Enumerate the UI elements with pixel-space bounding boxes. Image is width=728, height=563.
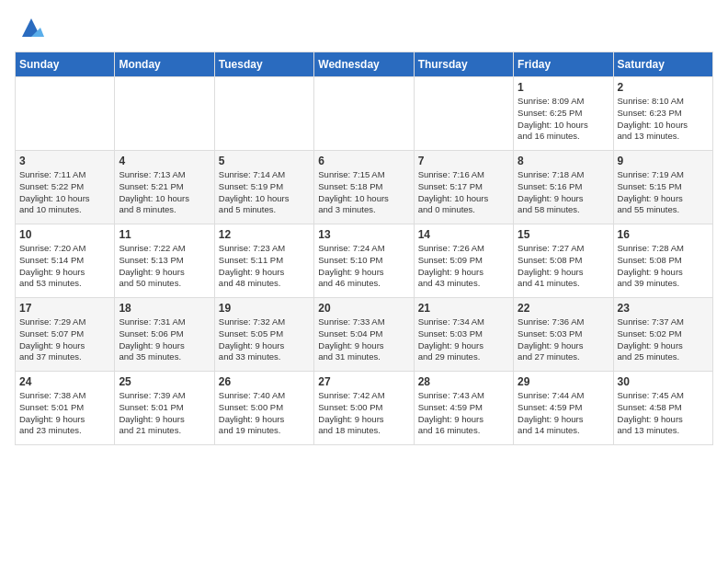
day-info: Sunrise: 7:36 AM Sunset: 5:03 PM Dayligh… bbox=[518, 316, 609, 363]
day-info: Sunrise: 7:29 AM Sunset: 5:07 PM Dayligh… bbox=[19, 316, 110, 363]
calendar-cell: 30Sunrise: 7:45 AM Sunset: 4:58 PM Dayli… bbox=[613, 372, 712, 445]
day-number: 21 bbox=[418, 302, 509, 315]
day-info: Sunrise: 7:11 AM Sunset: 5:22 PM Dayligh… bbox=[19, 169, 110, 216]
calendar-cell: 13Sunrise: 7:24 AM Sunset: 5:10 PM Dayli… bbox=[314, 224, 414, 298]
calendar-cell: 12Sunrise: 7:23 AM Sunset: 5:11 PM Dayli… bbox=[214, 224, 313, 298]
day-info: Sunrise: 7:27 AM Sunset: 5:08 PM Dayligh… bbox=[518, 243, 609, 290]
day-info: Sunrise: 7:20 AM Sunset: 5:14 PM Dayligh… bbox=[19, 243, 110, 290]
calendar-cell: 7Sunrise: 7:16 AM Sunset: 5:17 PM Daylig… bbox=[414, 151, 513, 224]
day-info: Sunrise: 7:28 AM Sunset: 5:08 PM Dayligh… bbox=[618, 243, 709, 290]
calendar-cell bbox=[214, 77, 313, 151]
day-info: Sunrise: 8:09 AM Sunset: 6:25 PM Dayligh… bbox=[518, 96, 609, 143]
calendar-cell: 5Sunrise: 7:14 AM Sunset: 5:19 PM Daylig… bbox=[214, 151, 313, 224]
day-header-sunday: Sunday bbox=[16, 52, 115, 77]
day-header-wednesday: Wednesday bbox=[314, 52, 414, 77]
day-info: Sunrise: 7:19 AM Sunset: 5:15 PM Dayligh… bbox=[618, 169, 709, 216]
day-number: 2 bbox=[618, 81, 709, 94]
week-row-5: 24Sunrise: 7:38 AM Sunset: 5:01 PM Dayli… bbox=[16, 372, 713, 445]
calendar-cell bbox=[314, 77, 414, 151]
day-number: 18 bbox=[119, 302, 210, 315]
calendar-cell: 8Sunrise: 7:18 AM Sunset: 5:16 PM Daylig… bbox=[514, 151, 613, 224]
day-number: 17 bbox=[19, 302, 110, 315]
logo-icon bbox=[18, 15, 44, 40]
day-info: Sunrise: 7:40 AM Sunset: 5:00 PM Dayligh… bbox=[219, 390, 310, 437]
day-number: 19 bbox=[219, 302, 310, 315]
day-info: Sunrise: 7:32 AM Sunset: 5:05 PM Dayligh… bbox=[219, 316, 310, 363]
day-info: Sunrise: 7:23 AM Sunset: 5:11 PM Dayligh… bbox=[219, 243, 310, 290]
week-row-1: 1Sunrise: 8:09 AM Sunset: 6:25 PM Daylig… bbox=[16, 77, 713, 151]
calendar-cell: 1Sunrise: 8:09 AM Sunset: 6:25 PM Daylig… bbox=[514, 77, 613, 151]
calendar-cell: 4Sunrise: 7:13 AM Sunset: 5:21 PM Daylig… bbox=[115, 151, 214, 224]
calendar-cell: 11Sunrise: 7:22 AM Sunset: 5:13 PM Dayli… bbox=[115, 224, 214, 298]
day-info: Sunrise: 7:13 AM Sunset: 5:21 PM Dayligh… bbox=[119, 169, 210, 216]
day-number: 24 bbox=[19, 375, 110, 388]
day-info: Sunrise: 7:18 AM Sunset: 5:16 PM Dayligh… bbox=[518, 169, 609, 216]
day-number: 10 bbox=[19, 228, 110, 241]
day-number: 28 bbox=[418, 375, 509, 388]
calendar-cell: 3Sunrise: 7:11 AM Sunset: 5:22 PM Daylig… bbox=[16, 151, 115, 224]
day-info: Sunrise: 7:43 AM Sunset: 4:59 PM Dayligh… bbox=[418, 390, 509, 437]
day-info: Sunrise: 7:39 AM Sunset: 5:01 PM Dayligh… bbox=[119, 390, 210, 437]
day-header-saturday: Saturday bbox=[613, 52, 712, 77]
day-number: 30 bbox=[618, 375, 709, 388]
calendar-cell: 16Sunrise: 7:28 AM Sunset: 5:08 PM Dayli… bbox=[613, 224, 712, 298]
day-number: 25 bbox=[119, 375, 210, 388]
day-number: 7 bbox=[418, 155, 509, 167]
calendar-cell: 29Sunrise: 7:44 AM Sunset: 4:59 PM Dayli… bbox=[514, 372, 613, 445]
day-number: 9 bbox=[618, 155, 709, 167]
day-info: Sunrise: 7:24 AM Sunset: 5:10 PM Dayligh… bbox=[318, 243, 409, 290]
week-row-3: 10Sunrise: 7:20 AM Sunset: 5:14 PM Dayli… bbox=[16, 224, 713, 298]
calendar-cell: 23Sunrise: 7:37 AM Sunset: 5:02 PM Dayli… bbox=[613, 298, 712, 372]
calendar-cell: 10Sunrise: 7:20 AM Sunset: 5:14 PM Dayli… bbox=[16, 224, 115, 298]
day-number: 5 bbox=[219, 155, 310, 167]
week-row-2: 3Sunrise: 7:11 AM Sunset: 5:22 PM Daylig… bbox=[16, 151, 713, 224]
day-info: Sunrise: 7:44 AM Sunset: 4:59 PM Dayligh… bbox=[518, 390, 609, 437]
calendar-cell: 27Sunrise: 7:42 AM Sunset: 5:00 PM Dayli… bbox=[314, 372, 414, 445]
day-number: 27 bbox=[318, 375, 409, 388]
day-number: 3 bbox=[19, 155, 110, 167]
day-number: 8 bbox=[518, 155, 609, 167]
calendar-cell: 21Sunrise: 7:34 AM Sunset: 5:03 PM Dayli… bbox=[414, 298, 513, 372]
day-header-friday: Friday bbox=[514, 52, 613, 77]
calendar-cell: 25Sunrise: 7:39 AM Sunset: 5:01 PM Dayli… bbox=[115, 372, 214, 445]
day-info: Sunrise: 7:31 AM Sunset: 5:06 PM Dayligh… bbox=[119, 316, 210, 363]
day-number: 6 bbox=[318, 155, 409, 167]
calendar-cell: 15Sunrise: 7:27 AM Sunset: 5:08 PM Dayli… bbox=[514, 224, 613, 298]
day-number: 23 bbox=[618, 302, 709, 315]
calendar-cell: 2Sunrise: 8:10 AM Sunset: 6:23 PM Daylig… bbox=[613, 77, 712, 151]
day-info: Sunrise: 7:16 AM Sunset: 5:17 PM Dayligh… bbox=[418, 169, 509, 216]
calendar-cell: 22Sunrise: 7:36 AM Sunset: 5:03 PM Dayli… bbox=[514, 298, 613, 372]
header-row: SundayMondayTuesdayWednesdayThursdayFrid… bbox=[16, 52, 713, 77]
week-row-4: 17Sunrise: 7:29 AM Sunset: 5:07 PM Dayli… bbox=[16, 298, 713, 372]
day-number: 11 bbox=[119, 228, 210, 241]
day-info: Sunrise: 7:34 AM Sunset: 5:03 PM Dayligh… bbox=[418, 316, 509, 363]
day-number: 22 bbox=[518, 302, 609, 315]
calendar-cell: 26Sunrise: 7:40 AM Sunset: 5:00 PM Dayli… bbox=[214, 372, 313, 445]
calendar-cell: 14Sunrise: 7:26 AM Sunset: 5:09 PM Dayli… bbox=[414, 224, 513, 298]
day-info: Sunrise: 7:14 AM Sunset: 5:19 PM Dayligh… bbox=[219, 169, 310, 216]
day-info: Sunrise: 7:22 AM Sunset: 5:13 PM Dayligh… bbox=[119, 243, 210, 290]
calendar-cell: 6Sunrise: 7:15 AM Sunset: 5:18 PM Daylig… bbox=[314, 151, 414, 224]
day-number: 20 bbox=[318, 302, 409, 315]
calendar-cell bbox=[115, 77, 214, 151]
calendar-cell: 19Sunrise: 7:32 AM Sunset: 5:05 PM Dayli… bbox=[214, 298, 313, 372]
day-info: Sunrise: 7:45 AM Sunset: 4:58 PM Dayligh… bbox=[618, 390, 709, 437]
day-number: 1 bbox=[518, 81, 609, 94]
logo bbox=[15, 15, 44, 40]
day-info: Sunrise: 7:15 AM Sunset: 5:18 PM Dayligh… bbox=[318, 169, 409, 216]
calendar-cell: 18Sunrise: 7:31 AM Sunset: 5:06 PM Dayli… bbox=[115, 298, 214, 372]
day-header-thursday: Thursday bbox=[414, 52, 513, 77]
day-header-tuesday: Tuesday bbox=[214, 52, 313, 77]
calendar-cell bbox=[414, 77, 513, 151]
day-number: 29 bbox=[518, 375, 609, 388]
day-header-monday: Monday bbox=[115, 52, 214, 77]
calendar-table: SundayMondayTuesdayWednesdayThursdayFrid… bbox=[15, 52, 713, 445]
calendar-cell: 28Sunrise: 7:43 AM Sunset: 4:59 PM Dayli… bbox=[414, 372, 513, 445]
day-number: 26 bbox=[219, 375, 310, 388]
calendar-cell: 17Sunrise: 7:29 AM Sunset: 5:07 PM Dayli… bbox=[16, 298, 115, 372]
day-number: 4 bbox=[119, 155, 210, 167]
day-number: 14 bbox=[418, 228, 509, 241]
day-number: 15 bbox=[518, 228, 609, 241]
day-info: Sunrise: 7:42 AM Sunset: 5:00 PM Dayligh… bbox=[318, 390, 409, 437]
calendar-cell bbox=[16, 77, 115, 151]
